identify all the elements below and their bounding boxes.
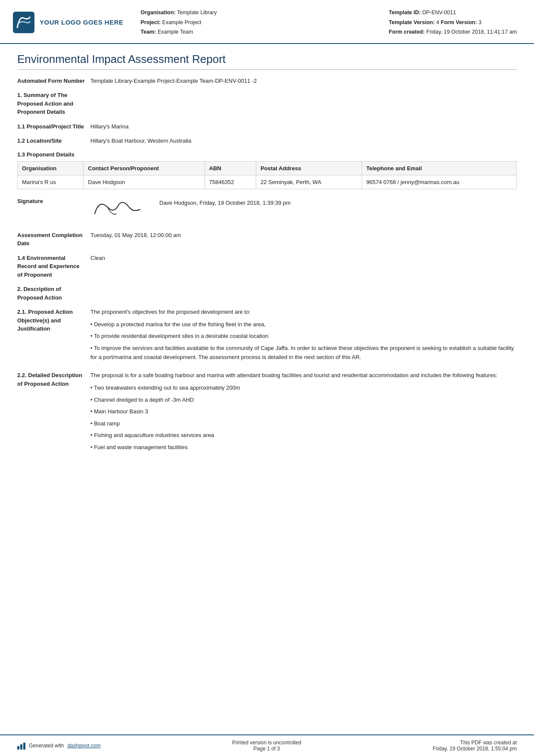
bullet-item: Channel dredged to a depth of -3m AHD xyxy=(90,396,517,404)
footer-right-line1: This PDF was created at xyxy=(433,740,517,746)
project-value: Example Project xyxy=(162,19,202,25)
col-contact: Contact Person/Proponent xyxy=(84,161,205,175)
main-content: Environmental Impact Assessment Report A… xyxy=(0,44,534,735)
footer-right-line2: Friday, 19 October 2018, 1:55:04 pm xyxy=(433,746,517,752)
cell-contact: Dave Hodgson xyxy=(84,175,205,189)
section1-4-row: 1.4 Environmental Record and Experience … xyxy=(17,254,517,279)
footer-center-line2: Page 1 of 3 xyxy=(232,746,301,752)
section1-2-value: Hillary's Boat Harbour, Western Australi… xyxy=(90,137,517,145)
signature-cursive xyxy=(90,194,146,224)
proponent-table: Organisation Contact Person/Proponent AB… xyxy=(17,161,517,189)
cell-abn: 75846352 xyxy=(205,175,256,189)
section1-1-row: 1.1 Proposal/Project Title Hillary's Mar… xyxy=(17,122,517,131)
generated-text: Generated with xyxy=(29,743,64,749)
section2-1-content: The proponent's objectives for the propo… xyxy=(90,308,517,365)
form-version-label: Form Version: xyxy=(441,19,477,25)
signature-row: Signature Dave Hodgson, Friday, 19 Octob… xyxy=(17,197,517,224)
col-organisation: Organisation xyxy=(18,161,84,175)
section1-2-label: 1.2 Location/Site xyxy=(17,137,90,145)
project-row: Project: Example Project xyxy=(141,18,389,28)
section2-1-intro: The proponent's objectives for the propo… xyxy=(90,308,517,317)
signature-text: Dave Hodgson, Friday, 19 October 2018, 1… xyxy=(159,197,291,206)
template-id-label: Template ID: xyxy=(389,9,421,16)
cell-postal_address: 22 Seminyak, Perth, WA xyxy=(256,175,362,189)
col-abn: ABN xyxy=(205,161,256,175)
footer-center-line1: Printed version is uncontrolled xyxy=(232,740,301,746)
logo-icon xyxy=(13,12,34,33)
section1-2-row: 1.2 Location/Site Hillary's Boat Harbour… xyxy=(17,137,517,145)
section2-2-bullets: Two breakwaters extending out to sea app… xyxy=(90,384,517,451)
section2-2-content: The proposal is for a safe boating harbo… xyxy=(90,371,517,455)
section2-1-label: 2.1. Proposed Action Objective(s) and Ju… xyxy=(17,308,90,333)
footer: Generated with dashpivot.com Printed ver… xyxy=(0,734,534,756)
form-created-row: Form created: Friday, 19 October 2018, 1… xyxy=(389,27,517,37)
signature-content: Dave Hodgson, Friday, 19 October 2018, 1… xyxy=(90,197,517,224)
form-number-row: Automated Form Number Template Library-E… xyxy=(17,77,517,85)
bullet-item: To provide residential development sites… xyxy=(90,332,517,341)
table-row: Marina's R usDave Hodgson7584635222 Semi… xyxy=(18,175,517,189)
cell-telephone_email: 96574 0768 / jenny@marinas.com.au xyxy=(362,175,516,189)
logo-area: YOUR LOGO GOES HERE xyxy=(13,8,124,37)
generated-link[interactable]: dashpivot.com xyxy=(67,743,100,749)
section1-row: 1. Summary of The Proposed Action and Pr… xyxy=(17,91,517,116)
org-label: Organisation: xyxy=(141,9,176,16)
assessment-completion-row: Assessment Completion Date Tuesday, 01 M… xyxy=(17,231,517,248)
section2-1-para: • To improve the services and facilities… xyxy=(90,344,517,362)
team-row: Team: Example Team xyxy=(141,27,389,37)
footer-right: This PDF was created at Friday, 19 Octob… xyxy=(433,740,517,752)
section1-1-label: 1.1 Proposal/Project Title xyxy=(17,122,90,131)
header-middle: Organisation: Template Library Project: … xyxy=(124,8,389,37)
template-version-label: Template Version: xyxy=(389,19,435,25)
template-id-value: DP-ENV-0011 xyxy=(422,9,456,16)
section2-2-row: 2.2. Detailed Description of Proposed Ac… xyxy=(17,371,517,455)
section2-row: 2. Description of Proposed Action xyxy=(17,285,517,302)
form-created-label: Form created: xyxy=(389,29,425,35)
signature-label: Signature xyxy=(17,197,90,206)
cell-organisation: Marina's R us xyxy=(18,175,84,189)
bullet-item: Two breakwaters extending out to sea app… xyxy=(90,384,517,392)
section1-3-label: 1.3 Proponent Details xyxy=(17,151,517,158)
form-number-value: Template Library-Example Project-Example… xyxy=(90,77,517,85)
template-version-value: 4 xyxy=(436,19,439,25)
section2-2-intro: The proposal is for a safe boating harbo… xyxy=(90,371,517,380)
bullet-item: Boat ramp xyxy=(90,419,517,428)
logo-text: YOUR LOGO GOES HERE xyxy=(40,19,124,26)
form-number-label: Automated Form Number xyxy=(17,77,90,85)
section2-1-row: 2.1. Proposed Action Objective(s) and Ju… xyxy=(17,308,517,365)
dashpivot-icon xyxy=(17,742,25,750)
section1-label: 1. Summary of The Proposed Action and Pr… xyxy=(17,91,90,116)
org-value: Template Library xyxy=(177,9,217,16)
assessment-completion-value: Tuesday, 01 May 2018, 12:00:00 am xyxy=(90,231,517,240)
template-id-row: Template ID: DP-ENV-0011 xyxy=(389,8,517,18)
bullet-item: Fuel and waste management facilities xyxy=(90,443,517,452)
team-label: Team: xyxy=(141,29,156,35)
assessment-completion-label: Assessment Completion Date xyxy=(17,231,90,248)
section1-1-value: Hillary's Marina xyxy=(90,122,517,131)
form-created-value: Friday, 19 October 2018, 11:41:17 am xyxy=(426,29,517,35)
section1-4-label: 1.4 Environmental Record and Experience … xyxy=(17,254,90,279)
page: YOUR LOGO GOES HERE Organisation: Templa… xyxy=(0,0,534,756)
section2-1-bullets: Develop a protected marina for the use o… xyxy=(90,320,517,341)
col-postal: Postal Address xyxy=(256,161,362,175)
col-telephone: Telephone and Email xyxy=(362,161,516,175)
footer-left: Generated with dashpivot.com xyxy=(17,742,101,750)
section2-label: 2. Description of Proposed Action xyxy=(17,285,90,302)
report-title: Environmental Impact Assessment Report xyxy=(17,53,517,70)
header: YOUR LOGO GOES HERE Organisation: Templa… xyxy=(0,0,534,44)
section2-2-label: 2.2. Detailed Description of Proposed Ac… xyxy=(17,371,90,388)
project-label: Project: xyxy=(141,19,161,25)
footer-center: Printed version is uncontrolled Page 1 o… xyxy=(232,740,301,752)
form-version-value: 3 xyxy=(478,19,481,25)
table-header-row: Organisation Contact Person/Proponent AB… xyxy=(18,161,517,175)
header-right: Template ID: DP-ENV-0011 Template Versio… xyxy=(389,8,517,37)
svg-rect-0 xyxy=(13,12,34,33)
bullet-item: Develop a protected marina for the use o… xyxy=(90,320,517,329)
bullet-item: Fishing and aquaculture industries servi… xyxy=(90,431,517,440)
bullet-item: Main Harbour Basin 3 xyxy=(90,407,517,416)
template-version-row: Template Version: 4 Form Version: 3 xyxy=(389,18,517,28)
org-row: Organisation: Template Library xyxy=(141,8,389,18)
section1-4-value: Clean xyxy=(90,254,517,262)
team-value: Example Team xyxy=(158,29,193,35)
